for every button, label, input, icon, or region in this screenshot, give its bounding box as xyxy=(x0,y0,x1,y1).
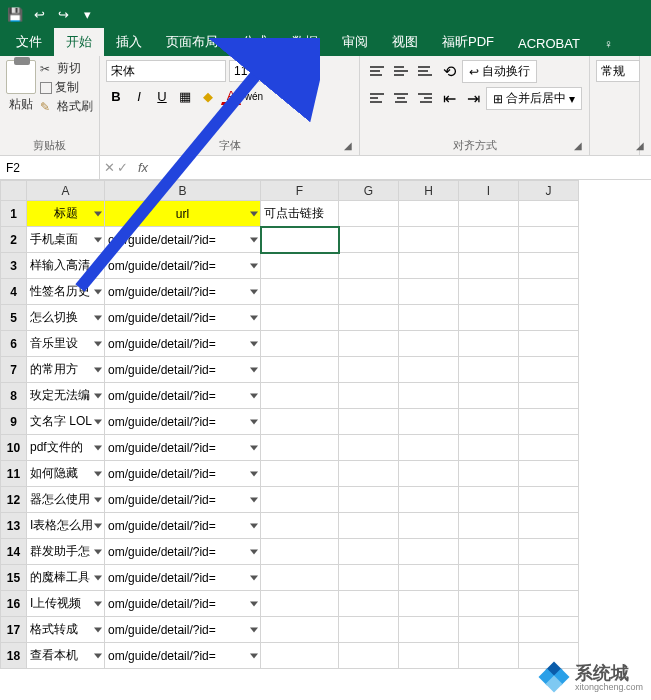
cell[interactable] xyxy=(261,565,339,591)
formula-input[interactable] xyxy=(154,156,651,179)
cell[interactable] xyxy=(519,409,579,435)
cell[interactable]: om/guide/detail/?id= xyxy=(105,331,261,357)
cell[interactable] xyxy=(339,383,399,409)
tab-insert[interactable]: 插入 xyxy=(104,28,154,56)
cell[interactable] xyxy=(459,305,519,331)
customize-qat-icon[interactable]: ▾ xyxy=(78,5,96,23)
cell[interactable] xyxy=(459,409,519,435)
cell[interactable] xyxy=(339,539,399,565)
cell[interactable] xyxy=(261,461,339,487)
copy-button[interactable]: 复制 xyxy=(40,79,93,96)
cell[interactable]: om/guide/detail/?id= xyxy=(105,461,261,487)
cell[interactable] xyxy=(399,513,459,539)
row-header[interactable]: 3 xyxy=(1,253,27,279)
cell[interactable] xyxy=(519,357,579,383)
dialog-launcher-icon[interactable]: ◢ xyxy=(344,140,356,152)
cell[interactable]: 群发助手怎 xyxy=(27,539,105,565)
cell[interactable]: om/guide/detail/?id= xyxy=(105,305,261,331)
cell[interactable] xyxy=(519,487,579,513)
cell[interactable] xyxy=(399,383,459,409)
cell[interactable]: 音乐里设 xyxy=(27,331,105,357)
row-header[interactable]: 9 xyxy=(1,409,27,435)
cell[interactable]: I上传视频 xyxy=(27,591,105,617)
cell[interactable] xyxy=(339,643,399,669)
cell[interactable] xyxy=(459,513,519,539)
cell[interactable] xyxy=(339,253,399,279)
cell[interactable] xyxy=(519,591,579,617)
cell[interactable] xyxy=(339,591,399,617)
paste-button[interactable]: 粘贴 xyxy=(6,60,36,115)
cell[interactable]: om/guide/detail/?id= xyxy=(105,357,261,383)
row-header[interactable]: 5 xyxy=(1,305,27,331)
cell[interactable] xyxy=(519,617,579,643)
row-header[interactable]: 7 xyxy=(1,357,27,383)
cell[interactable]: om/guide/detail/?id= xyxy=(105,565,261,591)
cell[interactable] xyxy=(459,279,519,305)
cell[interactable] xyxy=(459,201,519,227)
cell[interactable] xyxy=(399,565,459,591)
cell[interactable] xyxy=(459,331,519,357)
cell[interactable] xyxy=(339,201,399,227)
cell[interactable] xyxy=(399,409,459,435)
cell[interactable]: 样输入高清 xyxy=(27,253,105,279)
cell[interactable]: om/guide/detail/?id= xyxy=(105,487,261,513)
undo-icon[interactable]: ↩ xyxy=(30,5,48,23)
cell[interactable] xyxy=(459,435,519,461)
align-left-icon[interactable] xyxy=(366,89,388,109)
cell[interactable] xyxy=(261,617,339,643)
cell[interactable]: 可点击链接 xyxy=(261,201,339,227)
cell[interactable] xyxy=(519,539,579,565)
format-painter-button[interactable]: ✎格式刷 xyxy=(40,98,93,115)
cell[interactable] xyxy=(399,227,459,253)
cell[interactable] xyxy=(261,409,339,435)
cell[interactable] xyxy=(339,227,399,253)
merge-center-button[interactable]: ⊞合并后居中▾ xyxy=(486,87,582,110)
cell[interactable]: 如何隐藏 xyxy=(27,461,105,487)
row-header[interactable]: 15 xyxy=(1,565,27,591)
col-header-j[interactable]: J xyxy=(519,181,579,201)
cell[interactable]: 格式转成 xyxy=(27,617,105,643)
tab-page-layout[interactable]: 页面布局 xyxy=(154,28,230,56)
cell[interactable] xyxy=(459,227,519,253)
cell[interactable] xyxy=(459,617,519,643)
cell[interactable] xyxy=(261,331,339,357)
cell[interactable] xyxy=(399,487,459,513)
cell[interactable] xyxy=(459,253,519,279)
cell[interactable] xyxy=(399,253,459,279)
cell[interactable]: om/guide/detail/?id= xyxy=(105,643,261,669)
border-button[interactable]: ▦ xyxy=(175,86,195,106)
cell[interactable] xyxy=(261,253,339,279)
cell[interactable]: om/guide/detail/?id= xyxy=(105,227,261,253)
fill-color-button[interactable]: ◆ xyxy=(198,86,218,106)
col-header-h[interactable]: H xyxy=(399,181,459,201)
dialog-launcher-icon[interactable]: ◢ xyxy=(636,140,648,152)
tab-formulas[interactable]: 公式 xyxy=(230,28,280,56)
cell[interactable]: om/guide/detail/?id= xyxy=(105,253,261,279)
fx-icon[interactable]: fx xyxy=(132,160,154,175)
increase-indent-icon[interactable]: ⇥ xyxy=(462,89,484,109)
cell[interactable] xyxy=(261,227,339,253)
align-center-icon[interactable] xyxy=(390,89,412,109)
cell[interactable]: om/guide/detail/?id= xyxy=(105,513,261,539)
row-header[interactable]: 17 xyxy=(1,617,27,643)
cell[interactable] xyxy=(519,461,579,487)
col-header-a[interactable]: A xyxy=(27,181,105,201)
cell[interactable] xyxy=(399,305,459,331)
number-format-combo[interactable] xyxy=(596,60,640,82)
cell[interactable] xyxy=(261,435,339,461)
cell[interactable] xyxy=(261,643,339,669)
cell[interactable] xyxy=(339,461,399,487)
cell[interactable] xyxy=(459,539,519,565)
cell[interactable] xyxy=(339,487,399,513)
cell[interactable] xyxy=(519,253,579,279)
cell[interactable] xyxy=(399,643,459,669)
cell[interactable] xyxy=(339,617,399,643)
cell[interactable]: 手机桌面 xyxy=(27,227,105,253)
italic-button[interactable]: I xyxy=(129,86,149,106)
cell[interactable] xyxy=(519,383,579,409)
cell[interactable]: om/guide/detail/?id= xyxy=(105,591,261,617)
cell[interactable] xyxy=(261,279,339,305)
cell[interactable]: 怎么切换 xyxy=(27,305,105,331)
name-box[interactable] xyxy=(0,156,100,179)
cell[interactable] xyxy=(261,487,339,513)
